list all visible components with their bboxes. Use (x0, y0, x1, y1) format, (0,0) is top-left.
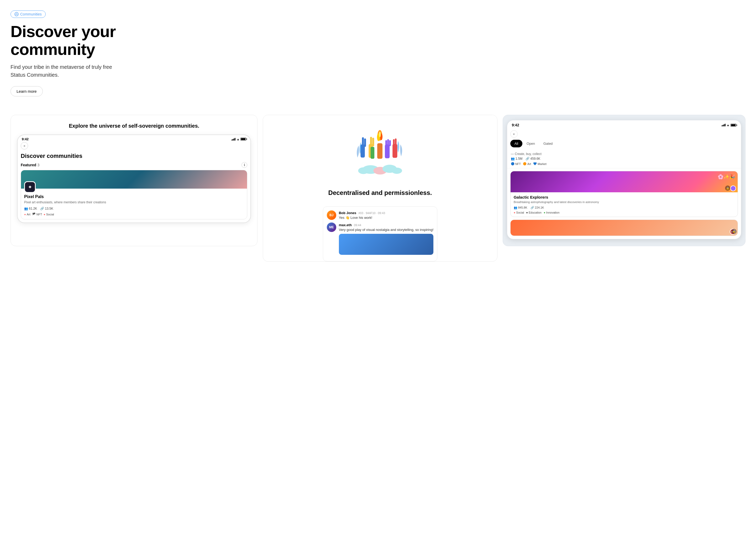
right-phone-mockup: 9:42 ▲ × All Open Gated (507, 120, 741, 239)
galactic-banner: 🔒 (510, 171, 737, 192)
learn-more-button[interactable]: Learn more (11, 86, 43, 96)
galactic-stat2: 🔗 224.1K (531, 206, 544, 209)
left-card-title: Explore the universe of self-sovereign c… (17, 123, 251, 129)
community-stats: 👥 61.2K 🔗 13.5K (24, 207, 244, 210)
middle-card-title: Decentralised and permissionless. (328, 188, 432, 197)
tag-social: ● Social (44, 213, 54, 216)
community-list-tags: 🔵 NFT 🟠 Art 💙 Market (511, 162, 737, 166)
left-phone-time: 9:42 (22, 137, 28, 141)
chat-content-1: Bob Jones #03 · 944F10 · 09:43 Yes 👋 Lov… (339, 210, 385, 220)
right-stat2: 🔗 459.6K (526, 157, 540, 161)
community-info: Pixel Pals Pixel art enthusiasts, where … (21, 188, 247, 219)
galactic-info: Galactic Explorers Breathtaking astropho… (510, 192, 737, 216)
chat-content-2: max.eth 09:44 Very good play of visual n… (339, 223, 434, 255)
galactic-tags: ● Social ● Education ● Innovation (514, 211, 734, 214)
right-art-dot: 🟠 (523, 162, 527, 166)
second-community-banner: UR 🔒 (510, 220, 737, 236)
right-tag-market: 💙 Market (533, 162, 546, 166)
community-tags: ● Art 🏴 NFT ● Social (24, 213, 244, 216)
filter-tab-open[interactable]: Open (522, 140, 539, 147)
svg-rect-9 (362, 137, 364, 146)
featured-count: 3 (37, 163, 40, 167)
communities-badge-label: Communities (20, 12, 42, 16)
svg-point-7 (392, 168, 402, 174)
svg-rect-10 (364, 138, 366, 147)
chat-preview: BJ Bob Jones #03 · 944F10 · 09:43 Yes 👋 … (323, 206, 438, 261)
chat-avatar-2: ME (327, 223, 336, 232)
communities-badge[interactable]: Communities (11, 11, 46, 18)
chat-user1-meta: #03 · 944F10 · 09:43 (358, 211, 385, 215)
svg-rect-20 (385, 140, 387, 146)
middle-card: Decentralised and permissionless. BJ Bob… (263, 115, 497, 261)
second-lock-icon: 🔒 (731, 229, 736, 234)
cards-section: Explore the universe of self-sovereign c… (0, 104, 756, 272)
community-name: Pixel Pals (24, 194, 244, 199)
filter-tab-gated[interactable]: Gated (539, 140, 557, 147)
svg-rect-22 (389, 140, 391, 146)
left-card: Explore the universe of self-sovereign c… (11, 115, 258, 246)
tag-art-dot: ● (24, 213, 26, 216)
svg-rect-13 (372, 138, 374, 146)
svg-rect-23 (393, 144, 397, 158)
chat-message-1: BJ Bob Jones #03 · 944F10 · 09:43 Yes 👋 … (327, 210, 434, 220)
right-battery-icon (731, 124, 736, 127)
community-avatar: ✦ (24, 181, 36, 193)
galactic-name: Galactic Explorers (514, 195, 734, 199)
galactic-stats: 👥 845.8K 🔗 224.1K (514, 206, 734, 209)
chat-text-2: Very good play of visual nostalgia and s… (339, 228, 434, 232)
galactic-innovation-dot: ● (543, 211, 545, 214)
svg-point-6 (358, 167, 368, 174)
left-status-bar: 9:42 ▲ (18, 135, 251, 142)
chat-user1-name: Bob Jones (339, 211, 356, 215)
svg-point-18 (379, 132, 381, 137)
left-close-button[interactable]: × (21, 142, 28, 149)
left-phone-icons: ▲ (231, 138, 246, 141)
top-community-item: — Create, buy, collect 👥 1.5M 🔗 459.6K 🔵… (507, 149, 741, 168)
hero-subtitle: Find your tribe in the metaverse of trul… (11, 63, 116, 79)
svg-point-2 (17, 15, 17, 15)
galactic-stat1: 👥 845.8K (514, 206, 527, 209)
wifi-icon: ▲ (237, 138, 239, 141)
tag-social-dot: ● (44, 213, 45, 216)
members-icon: 👥 (24, 207, 28, 210)
tokens-icon: 🔗 (40, 207, 44, 210)
galactic-members-icon: 👥 (514, 206, 517, 209)
tag-nft-dot: 🏴 (32, 213, 36, 216)
middle-card-text: Decentralised and permissionless. (321, 183, 440, 206)
svg-rect-26 (371, 147, 375, 159)
svg-rect-12 (370, 137, 372, 146)
chat-user2-name: max.eth (339, 223, 352, 227)
chat-image-preview (339, 234, 434, 255)
right-tag-nft: 🔵 NFT (511, 162, 521, 166)
chat-avatar-1: BJ (327, 210, 336, 220)
tag-art: ● Art (24, 213, 30, 216)
svg-rect-21 (387, 139, 389, 146)
hero-title: Discover your community (11, 23, 173, 58)
right-close-button[interactable]: × (510, 130, 518, 138)
right-signal-icon (722, 124, 726, 126)
community-list-stats: 👥 1.5M 🔗 459.6K (511, 157, 737, 161)
filter-tab-all[interactable]: All (510, 140, 522, 147)
galactic-social-dot: ● (514, 211, 516, 214)
tokens-stat: 🔗 13.5K (40, 207, 53, 210)
community-list-tagline: — Create, buy, collect (511, 152, 737, 156)
right-card: 9:42 ▲ × All Open Gated (503, 115, 745, 246)
galactic-education-dot: ● (526, 211, 528, 214)
hands-illustration-container (263, 115, 497, 183)
community-banner: ✦ (21, 170, 247, 188)
chat-user2-meta: 09:44 (354, 224, 361, 227)
members-stat: 👥 61.2K (24, 207, 37, 210)
discover-communities-title: Discover communities (21, 153, 247, 159)
svg-rect-25 (395, 138, 397, 145)
galactic-tag-social: ● Social (514, 211, 524, 214)
galactic-desc: Breathtaking astrophotography and latest… (514, 200, 734, 204)
right-status-bar: 9:42 ▲ (507, 120, 741, 129)
left-phone-mockup: 9:42 ▲ × Discover communities (17, 134, 251, 223)
battery-icon (240, 138, 246, 140)
tag-nft: 🏴 NFT (32, 213, 42, 216)
svg-point-1 (16, 15, 16, 15)
featured-row: Featured 3 ℹ (21, 162, 247, 168)
svg-rect-14 (377, 143, 382, 159)
chat-message-2: ME max.eth 09:44 Very good play of visua… (327, 223, 434, 255)
featured-info-icon[interactable]: ℹ (242, 162, 247, 168)
